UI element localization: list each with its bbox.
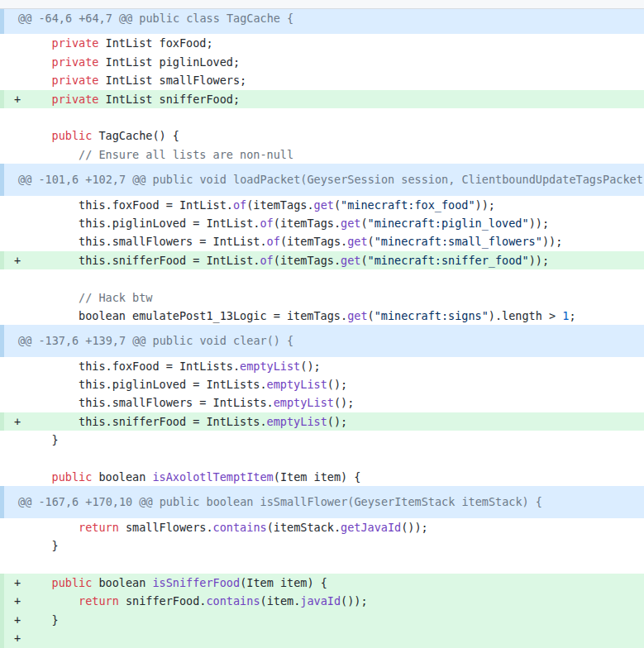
line-marker bbox=[0, 34, 25, 52]
code-text: this.piglinLoved = IntLists.emptyList(); bbox=[25, 375, 644, 393]
line-marker bbox=[0, 108, 25, 126]
code-text: this.smallFlowers = IntList.of(itemTags.… bbox=[25, 232, 644, 250]
code-text: private IntList smallFlowers; bbox=[25, 71, 644, 89]
code-text: // Ensure all lists are non-null bbox=[25, 145, 644, 164]
code-text bbox=[25, 269, 644, 288]
code-text: return snifferFood.contains(item.javaId(… bbox=[25, 592, 644, 610]
diff-line-context: this.foxFood = IntLists.emptyList(); bbox=[0, 357, 644, 375]
diff-line-context: public boolean isAxolotlTemptItem(Item i… bbox=[0, 468, 644, 486]
line-marker bbox=[0, 145, 25, 164]
code-text: } bbox=[25, 611, 644, 629]
hunk-header: @@ -137,6 +139,7 @@ public void clear() … bbox=[0, 325, 644, 356]
code-text: public boolean isAxolotlTemptItem(Item i… bbox=[25, 468, 644, 486]
line-marker bbox=[0, 518, 25, 536]
line-marker bbox=[0, 307, 25, 325]
line-marker: + bbox=[0, 574, 25, 592]
diff-line-added: + this.snifferFood = IntList.of(itemTags… bbox=[0, 251, 644, 269]
diff-line-context bbox=[0, 108, 644, 126]
code-text: private IntList foxFood; bbox=[25, 34, 644, 52]
line-marker bbox=[0, 214, 25, 232]
diff-line-context: this.smallFlowers = IntList.of(itemTags.… bbox=[0, 232, 644, 250]
line-marker: + bbox=[0, 90, 25, 108]
code-text bbox=[25, 629, 644, 647]
code-text: public TagCache() { bbox=[25, 126, 644, 145]
line-marker bbox=[0, 126, 25, 145]
code-text: this.piglinLoved = IntList.of(itemTags.g… bbox=[25, 214, 644, 232]
code-text: private IntList snifferFood; bbox=[25, 90, 644, 108]
diff-line-context bbox=[0, 269, 644, 288]
diff-line-context: this.foxFood = IntList.of(itemTags.get("… bbox=[0, 196, 644, 214]
code-text: this.snifferFood = IntLists.emptyList(); bbox=[25, 412, 644, 431]
line-marker bbox=[0, 269, 25, 288]
line-marker bbox=[0, 357, 25, 375]
line-marker: + bbox=[0, 629, 25, 647]
line-marker: + bbox=[0, 592, 25, 610]
diff-line-added: + bbox=[0, 629, 644, 647]
diff-line-added: + } bbox=[0, 611, 644, 629]
hunk-header: @@ -167,6 +170,10 @@ public boolean isSm… bbox=[0, 486, 644, 517]
code-text bbox=[25, 108, 644, 126]
code-text: public boolean isSnifferFood(Item item) … bbox=[25, 574, 644, 592]
diff-line-added: + public boolean isSnifferFood(Item item… bbox=[0, 574, 644, 592]
code-text: return smallFlowers.contains(itemStack.g… bbox=[25, 518, 644, 536]
line-marker bbox=[0, 288, 25, 307]
diff-line-context: } bbox=[0, 431, 644, 449]
line-marker: + bbox=[0, 611, 25, 629]
diff-line-context: // Ensure all lists are non-null bbox=[0, 145, 644, 164]
line-marker: + bbox=[0, 412, 25, 431]
diff-line-context: return smallFlowers.contains(itemStack.g… bbox=[0, 518, 644, 536]
diff-line-added: + this.snifferFood = IntLists.emptyList(… bbox=[0, 412, 644, 431]
diff-line-added: + private IntList snifferFood; bbox=[0, 90, 644, 108]
diff-line-context: this.piglinLoved = IntLists.emptyList(); bbox=[0, 375, 644, 393]
line-marker bbox=[0, 71, 25, 89]
diff-line-context: private IntList smallFlowers; bbox=[0, 71, 644, 89]
line-marker bbox=[0, 468, 25, 486]
diff-line-context: } bbox=[0, 536, 644, 555]
code-text: this.smallFlowers = IntLists.emptyList()… bbox=[25, 393, 644, 412]
diff-hunks: @@ -64,6 +64,7 @@ public class TagCache … bbox=[0, 2, 644, 648]
code-text: this.foxFood = IntLists.emptyList(); bbox=[25, 357, 644, 375]
hunk-header: @@ -101,6 +102,7 @@ public void loadPack… bbox=[0, 164, 644, 195]
line-marker bbox=[0, 536, 25, 555]
code-text bbox=[25, 555, 644, 574]
code-text: this.snifferFood = IntList.of(itemTags.g… bbox=[25, 251, 644, 269]
diff-line-context bbox=[0, 450, 644, 468]
code-text: } bbox=[25, 431, 644, 449]
diff-line-context bbox=[0, 555, 644, 574]
line-marker bbox=[0, 431, 25, 449]
diff-line-context: boolean emulatePost1_13Logic = itemTags.… bbox=[0, 307, 644, 325]
line-marker bbox=[0, 555, 25, 574]
diff-line-context: public TagCache() { bbox=[0, 126, 644, 145]
code-text: boolean emulatePost1_13Logic = itemTags.… bbox=[25, 307, 644, 325]
diff-line-context: // Hack btw bbox=[0, 288, 644, 307]
line-marker bbox=[0, 375, 25, 393]
line-marker bbox=[0, 196, 25, 214]
line-marker bbox=[0, 393, 25, 412]
diff-line-context: this.smallFlowers = IntLists.emptyList()… bbox=[0, 393, 644, 412]
diff-line-context: private IntList foxFood; bbox=[0, 34, 644, 52]
code-text: // Hack btw bbox=[25, 288, 644, 307]
diff-line-context: this.piglinLoved = IntList.of(itemTags.g… bbox=[0, 214, 644, 232]
diff-line-added: + return snifferFood.contains(item.javaI… bbox=[0, 592, 644, 610]
diff-line-context: private IntList piglinLoved; bbox=[0, 53, 644, 71]
line-marker bbox=[0, 53, 25, 71]
diff-view: @@ -64,6 +64,7 @@ public class TagCache … bbox=[0, 0, 644, 648]
code-text bbox=[25, 450, 644, 468]
code-text: this.foxFood = IntList.of(itemTags.get("… bbox=[25, 196, 644, 214]
line-marker: + bbox=[0, 251, 25, 269]
code-text: private IntList piglinLoved; bbox=[25, 53, 644, 71]
line-marker bbox=[0, 450, 25, 468]
line-marker bbox=[0, 232, 25, 250]
file-header-bar bbox=[0, 0, 644, 9]
code-text: } bbox=[25, 536, 644, 555]
